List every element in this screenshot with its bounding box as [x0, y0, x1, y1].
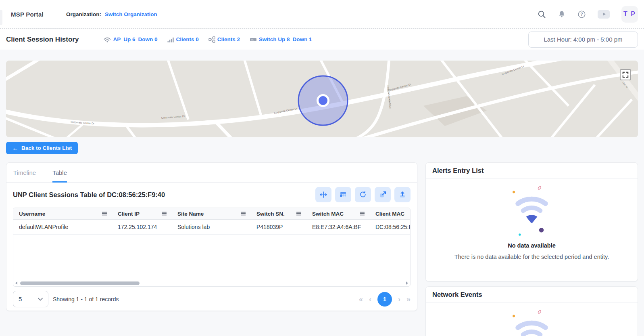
previous-page-button[interactable]: ‹ [369, 296, 371, 303]
organization-label: Organization: [66, 11, 101, 17]
cell-site-name: Solutions lab [172, 220, 251, 234]
ap-up-count: Up 6 [123, 36, 135, 42]
no-data-title: No data available [508, 242, 555, 249]
wired-clients-status[interactable]: Clients 2 [208, 36, 241, 43]
ap-label: AP [113, 36, 121, 42]
page-size-select[interactable]: 5 [13, 291, 48, 307]
column-menu-icon[interactable] [240, 212, 246, 216]
no-data-wifi-illustration [494, 184, 569, 240]
open-external-icon [379, 191, 387, 199]
column-header-client-ip[interactable]: Client IP [112, 208, 172, 219]
sessions-table: Username Client IP Site Name Switch SN. … [13, 208, 411, 287]
table-header-row: Username Client IP Site Name Switch SN. … [13, 208, 411, 220]
back-to-clients-button[interactable]: ← Back to Clients List [6, 142, 78, 154]
tab-table[interactable]: Table [52, 163, 67, 182]
refresh-icon [359, 191, 367, 199]
scroll-right-arrow[interactable] [406, 281, 408, 285]
user-avatar[interactable]: T P [621, 6, 638, 23]
signal-bars-icon [167, 36, 174, 43]
chevron-down-icon [38, 298, 43, 301]
page-size-value: 5 [19, 296, 22, 302]
column-header-switch-sn[interactable]: Switch SN. [251, 208, 306, 219]
records-summary: Showing 1 - 1 of 1 records [53, 296, 119, 302]
open-external-button[interactable] [375, 187, 391, 202]
wireless-clients-count: Clients 0 [176, 36, 198, 42]
fit-columns-icon [319, 191, 327, 199]
search-icon[interactable] [538, 10, 546, 19]
tutorial-play-icon[interactable] [598, 10, 610, 19]
status-summary: AP Up 6 Down 0 Clients 0 Clients 2 Switc… [104, 36, 313, 43]
sidebar-edge [0, 10, 2, 25]
table-toolbar [315, 187, 411, 202]
no-data-message: There is no data available for the selec… [454, 254, 609, 260]
client-location-marker[interactable] [298, 76, 348, 125]
wireless-clients-status[interactable]: Clients 0 [167, 36, 199, 43]
ap-down-count: Down 0 [138, 36, 157, 42]
column-header-switch-mac[interactable]: Switch MAC [306, 208, 370, 219]
column-header-site-name[interactable]: Site Name [172, 208, 251, 219]
next-page-button[interactable]: › [398, 296, 400, 303]
switch-status[interactable]: Switch Up 8 Down 1 [250, 36, 313, 42]
topbar-actions: ? T P [538, 6, 638, 23]
site-map[interactable]: Corporate Center Dr Corporate Center Dr … [6, 61, 638, 137]
columns-icon [339, 191, 347, 199]
tab-timeline[interactable]: Timeline [13, 163, 36, 182]
switch-up-count: Switch Up 8 [259, 36, 290, 42]
cell-username: defaultWLANProfile [13, 220, 112, 234]
map-fullscreen-button[interactable] [620, 69, 631, 80]
notifications-bell-icon[interactable] [558, 10, 566, 18]
manage-columns-button[interactable] [335, 187, 351, 202]
back-button-label: Back to Clients List [21, 145, 72, 151]
alerts-entry-list-panel: Alerts Entry List No data available Ther… [425, 162, 638, 281]
ap-status[interactable]: AP Up 6 Down 0 [104, 36, 158, 43]
sessions-card: Timeline Table UNP Client Sessions Table… [6, 162, 417, 311]
cell-switch-mac: E8:E7:32:A4:6A:BF [306, 220, 370, 234]
current-page-button[interactable]: 1 [377, 292, 392, 307]
table-title: UNP Client Sessions Table of DC:08:56:25… [13, 191, 165, 199]
topology-icon [208, 36, 215, 43]
alerts-panel-title: Alerts Entry List [426, 163, 638, 178]
switch-down-count: Down 1 [293, 36, 312, 42]
wired-clients-count: Clients 2 [217, 36, 240, 42]
brand-title: MSP Portal [11, 11, 44, 18]
last-page-button[interactable]: » [406, 296, 411, 303]
column-menu-icon[interactable] [102, 212, 107, 216]
view-tabs: Timeline Table [6, 163, 417, 183]
switch-icon [250, 36, 257, 42]
refresh-button[interactable] [355, 187, 371, 202]
network-events-title: Network Events [426, 287, 638, 302]
column-menu-icon[interactable] [296, 212, 302, 216]
wifi-icon [104, 36, 111, 43]
pager: « ‹ 1 › » [359, 292, 411, 307]
no-data-wifi-illustration [494, 308, 569, 336]
svg-text:?: ? [580, 12, 583, 17]
top-bar: MSP Portal Organization: Switch Organiza… [0, 0, 644, 29]
client-session-history-page: MSP Portal Organization: Switch Organiza… [0, 0, 644, 336]
cell-client-ip: 172.25.102.174 [112, 220, 172, 234]
scroll-left-arrow[interactable] [15, 281, 17, 285]
column-header-username[interactable]: Username [13, 208, 112, 219]
cell-switch-sn: P418039P [251, 220, 306, 234]
fit-columns-button[interactable] [315, 187, 331, 202]
horizontal-scrollbar[interactable] [20, 281, 140, 285]
map-canvas: Corporate Center Dr Corporate Center Dr … [6, 61, 638, 137]
alerts-empty-state: No data available There is no data avail… [426, 178, 638, 260]
page-header: Client Session History AP Up 6 Down 0 Cl… [0, 29, 644, 50]
upload-icon [398, 191, 406, 199]
table-section: UNP Client Sessions Table of DC:08:56:25… [6, 187, 417, 307]
organization-link[interactable]: Switch Organization [105, 11, 157, 17]
column-menu-icon[interactable] [161, 212, 167, 216]
page-title: Client Session History [6, 36, 79, 44]
time-range-filter[interactable]: Last Hour: 4:00 pm - 5:00 pm [528, 32, 638, 48]
table-row[interactable]: defaultWLANProfile 172.25.102.174 Soluti… [13, 220, 411, 235]
network-events-panel: Network Events [425, 286, 638, 336]
column-header-client-mac[interactable]: Client MAC [370, 208, 411, 219]
export-button[interactable] [394, 187, 411, 202]
play-triangle [603, 13, 606, 16]
column-menu-icon[interactable] [359, 212, 365, 216]
cell-client-mac: DC:08:56:25:F9:40 [370, 220, 411, 234]
first-page-button[interactable]: « [359, 296, 363, 303]
network-events-empty-state [426, 302, 638, 336]
back-arrow-icon: ← [12, 145, 19, 151]
help-icon[interactable]: ? [577, 10, 586, 19]
